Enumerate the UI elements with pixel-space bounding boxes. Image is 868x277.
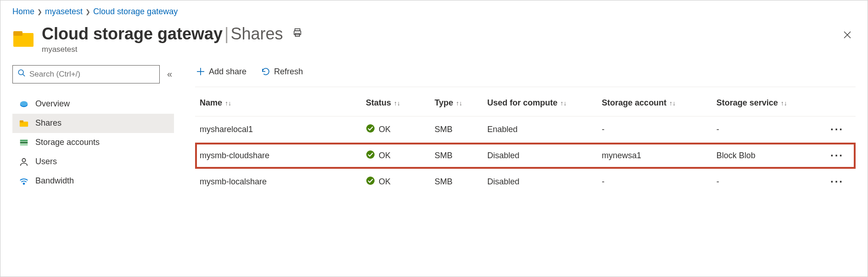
cell-service: - [712,116,815,143]
bandwidth-icon [19,176,29,186]
resource-folder-icon [12,28,34,50]
column-header-service[interactable]: Storage service↑↓ [712,87,815,116]
table-row[interactable]: mysmb-cloudshareOKSMBDisabledmynewsa1Blo… [195,143,856,169]
svg-rect-10 [20,120,23,122]
sidebar-item-storage-accounts[interactable]: Storage accounts [12,133,174,152]
cell-name[interactable]: mysmb-localshare [195,169,361,195]
svg-point-8 [20,101,28,106]
user-icon [19,157,29,167]
page-title: Cloud storage gateway|Shares [42,25,283,43]
svg-line-6 [23,74,25,77]
cell-account: mynewsa1 [597,143,712,169]
cell-compute: Disabled [482,169,597,195]
plus-icon [196,67,205,76]
column-header-type[interactable]: Type↑↓ [430,87,483,116]
print-icon[interactable] [290,25,305,43]
chevron-right-icon: ❯ [85,8,90,15]
sort-icon: ↑↓ [560,100,567,107]
main-content: Add share Refresh Name↑↓ Status↑↓ Type↑↓… [187,65,856,195]
cell-name[interactable]: mysmb-cloudshare [195,143,361,169]
column-header-compute[interactable]: Used for compute↑↓ [482,87,597,116]
overview-icon [19,99,29,109]
table-row[interactable]: mysmb-localshareOKSMBDisabled--··· [195,169,856,195]
svg-rect-1 [13,31,22,36]
breadcrumb-home[interactable]: Home [12,7,34,17]
sort-icon: ↑↓ [781,100,787,107]
cell-status: OK [361,116,430,143]
sidebar-item-label: Storage accounts [35,138,100,147]
close-button[interactable] [839,25,856,46]
refresh-button[interactable]: Refresh [260,65,304,78]
sidebar-item-label: Users [35,157,57,166]
cell-service: Block Blob [712,143,815,169]
collapse-sidebar-button[interactable]: « [165,67,174,81]
svg-point-5 [18,70,23,75]
sidebar-item-shares[interactable]: Shares [12,114,174,133]
sidebar-nav: OverviewSharesStorage accountsUsersBandw… [12,94,174,191]
svg-rect-12 [20,142,28,144]
breadcrumb: Home ❯ myasetest ❯ Cloud storage gateway [4,1,864,25]
sidebar-item-users[interactable]: Users [12,152,174,172]
cell-status: OK [361,143,430,169]
sidebar-item-label: Bandwidth [35,176,74,186]
status-ok-icon [366,124,375,135]
cell-compute: Disabled [482,143,597,169]
cell-type: SMB [430,169,483,195]
shares-table: Name↑↓ Status↑↓ Type↑↓ Used for compute↑… [195,87,856,195]
svg-point-14 [22,158,25,161]
page-header: Cloud storage gateway|Shares myasetest [4,25,864,54]
cell-type: SMB [430,116,483,143]
search-input[interactable] [29,70,155,79]
sidebar-item-label: Overview [35,99,70,109]
svg-point-20 [366,177,375,185]
row-actions-button[interactable]: ··· [828,175,846,188]
status-ok-icon [366,150,375,161]
cell-account: - [597,116,712,143]
svg-point-15 [23,183,25,184]
sort-icon: ↑↓ [669,100,676,107]
cell-account: - [597,169,712,195]
svg-rect-11 [20,139,28,141]
cell-status: OK [361,169,430,195]
search-icon [17,69,26,79]
folder-icon [19,118,29,128]
breadcrumb-resource[interactable]: myasetest [45,7,83,17]
sidebar: « OverviewSharesStorage accountsUsersBan… [12,65,187,195]
breadcrumb-current[interactable]: Cloud storage gateway [93,7,178,17]
svg-point-19 [366,150,375,159]
column-header-name[interactable]: Name↑↓ [195,87,361,116]
cell-type: SMB [430,143,483,169]
sidebar-item-label: Shares [35,118,62,128]
sidebar-item-overview[interactable]: Overview [12,94,174,114]
row-actions-button[interactable]: ··· [828,149,846,161]
chevron-right-icon: ❯ [37,8,42,15]
cell-name[interactable]: mysharelocal1 [195,116,361,143]
column-header-status[interactable]: Status↑↓ [361,87,430,116]
sort-icon: ↑↓ [225,100,231,107]
page-subtitle: myasetest [42,45,839,54]
toolbar: Add share Refresh [195,65,856,87]
search-box[interactable] [12,65,160,83]
sort-icon: ↑↓ [456,100,462,107]
sort-icon: ↑↓ [394,100,400,107]
table-row[interactable]: mysharelocal1OKSMBEnabled--··· [195,116,856,143]
sidebar-item-bandwidth[interactable]: Bandwidth [12,172,174,191]
storage-account-icon [19,138,29,148]
status-ok-icon [366,176,375,188]
row-actions-button[interactable]: ··· [828,123,846,135]
cell-compute: Enabled [482,116,597,143]
cell-service: - [712,169,815,195]
svg-point-18 [366,124,375,133]
refresh-icon [261,67,270,76]
add-share-button[interactable]: Add share [195,65,247,78]
svg-rect-13 [20,144,28,145]
column-header-account[interactable]: Storage account↑↓ [597,87,712,116]
